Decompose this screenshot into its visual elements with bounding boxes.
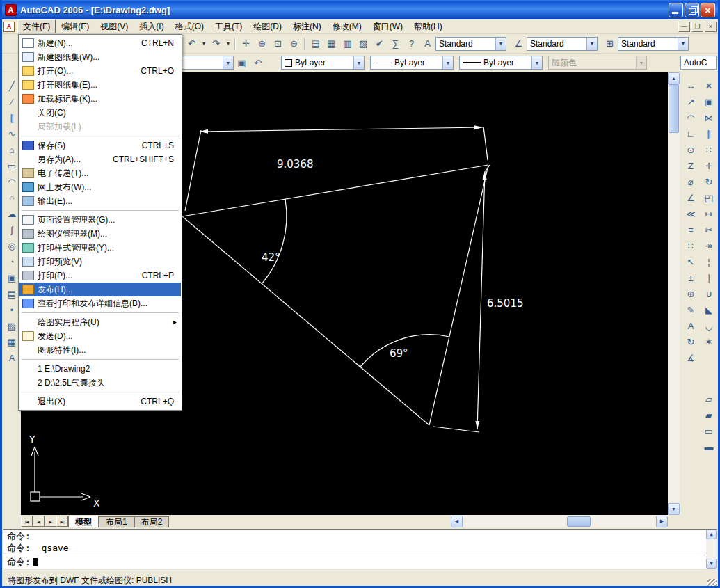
menu-item-publish-to-web[interactable]: 网上发布(W)... (19, 180, 181, 194)
tab-layout2[interactable]: 布局2 (134, 516, 170, 527)
menu-item-drawing-properties[interactable]: 图形特性(I)... (19, 343, 181, 357)
menu-modify[interactable]: 修改(M) (327, 19, 367, 33)
line-tool-icon[interactable]: ╱ (4, 78, 19, 93)
undo-dropdown-icon[interactable]: ▾ (200, 36, 208, 51)
menu-item-send[interactable]: 发送(D)... (19, 329, 181, 343)
jogged-dimension-icon[interactable]: Z (683, 158, 698, 173)
angular-dimension-icon[interactable]: ∠ (683, 190, 698, 205)
chamfer-icon[interactable]: ◣ (701, 302, 717, 317)
move-icon[interactable]: ✛ (701, 158, 717, 173)
linear-dimension-icon[interactable]: ↔ (683, 78, 698, 93)
dimension-update-icon[interactable]: ↻ (683, 334, 698, 349)
menu-help[interactable]: 帮助(H) (408, 19, 448, 33)
draworder-send-under-icon[interactable]: ▬ (701, 439, 717, 454)
offset-icon[interactable]: ∥ (701, 126, 717, 141)
mdi-close-button[interactable]: × (705, 22, 717, 32)
help-icon[interactable]: ? (403, 36, 419, 51)
dimension-edit-icon[interactable]: ✎ (683, 302, 698, 317)
center-mark-icon[interactable]: ⊕ (683, 286, 698, 301)
text-style-combo[interactable]: Standard ▼ (435, 37, 506, 51)
make-object-layer-current-icon[interactable]: ▣ (234, 55, 250, 70)
menu-item-export[interactable]: 输出(E)... (19, 194, 181, 208)
toolbar-button[interactable] (232, 36, 238, 51)
scroll-left-button[interactable]: ◀ (451, 516, 463, 527)
menu-item-exit[interactable]: 退出(X) CTRL+Q (19, 395, 181, 408)
horizontal-scroll-thumb[interactable] (567, 516, 591, 527)
array-icon[interactable]: ∷ (701, 142, 717, 157)
trim-icon[interactable]: ✂ (701, 222, 717, 237)
zoom-realtime-icon[interactable]: ⊕ (254, 36, 270, 51)
layer-previous-icon[interactable]: ↶ (250, 55, 266, 70)
menu-item-partial-load[interactable]: 局部加载(L) (19, 120, 181, 134)
menu-draw[interactable]: 绘图(D) (248, 19, 287, 33)
stretch-icon[interactable]: ↦ (701, 206, 717, 221)
dropdown-arrow-icon[interactable]: ▼ (223, 56, 233, 69)
polygon-tool-icon[interactable]: ⌂ (4, 142, 19, 157)
scroll-down-button[interactable]: ▼ (706, 559, 717, 569)
menu-item-close[interactable]: 关闭(C) (19, 106, 181, 120)
scroll-up-button[interactable]: ▲ (668, 72, 680, 84)
menu-item-view-plot-details[interactable]: 查看打印和发布详细信息(B)... (19, 296, 181, 310)
arc-tool-icon[interactable]: ◠ (4, 174, 19, 189)
menu-item-open[interactable]: 打开(O)... CTRL+O (19, 64, 181, 78)
menu-item-plot[interactable]: 打印(P)... CTRL+P (19, 269, 181, 283)
color-combo[interactable]: ByLayer ▼ (281, 56, 365, 70)
restore-button[interactable] (685, 3, 699, 17)
copy-icon[interactable]: ▣ (701, 94, 717, 109)
ellipse-arc-tool-icon[interactable]: ◔ (4, 254, 19, 269)
tool-palettes-icon[interactable]: ▥ (339, 36, 355, 51)
canvas-horizontal-scrollbar[interactable]: ◀ ▶ (451, 515, 668, 527)
redo-icon[interactable]: ↷ (208, 36, 224, 51)
mirror-icon[interactable]: ⋈ (701, 110, 717, 125)
scroll-right-button[interactable]: ▶ (656, 516, 668, 527)
menu-item-plotter-manager[interactable]: 绘图仪管理器(M)... (19, 227, 181, 241)
tolerance-icon[interactable]: ± (683, 270, 698, 285)
toolbar-button[interactable] (302, 36, 307, 51)
menu-item-page-setup-manager[interactable]: 页面设置管理器(G)... (19, 213, 181, 227)
dim-style-combo[interactable]: Standard ▼ (527, 37, 598, 51)
dimension-text-edit-icon[interactable]: A (683, 318, 698, 333)
menu-item-plot-style-manager[interactable]: 打印样式管理器(Y)... (19, 241, 181, 255)
menu-item-save[interactable]: 保存(S) CTRL+S (19, 138, 181, 152)
zoom-previous-icon[interactable]: ⊖ (286, 36, 302, 51)
arc-length-dimension-icon[interactable]: ◠ (683, 110, 698, 125)
insert-block-tool-icon[interactable]: ▣ (4, 270, 19, 285)
menu-file[interactable]: 文件(F) (17, 19, 56, 33)
aligned-dimension-icon[interactable]: ↗ (683, 94, 698, 109)
draworder-send-to-back-icon[interactable]: ▰ (701, 407, 717, 422)
spline-tool-icon[interactable]: ∫ (4, 222, 19, 237)
hatch-tool-icon[interactable]: ▨ (4, 318, 19, 333)
sheetset-manager-icon[interactable]: ▧ (355, 36, 371, 51)
menu-window[interactable]: 窗口(W) (367, 19, 408, 33)
circle-tool-icon[interactable]: ○ (4, 190, 19, 205)
table-style-combo[interactable]: Standard ▼ (618, 37, 689, 51)
ellipse-tool-icon[interactable]: ◎ (4, 238, 19, 253)
mdi-restore-button[interactable]: ❐ (691, 22, 703, 32)
menu-tools[interactable]: 工具(T) (209, 19, 248, 33)
close-button[interactable] (701, 3, 715, 17)
dropdown-arrow-icon[interactable]: ▼ (353, 56, 364, 69)
fillet-icon[interactable]: ◡ (701, 318, 717, 333)
menu-item-recent-1[interactable]: 1 E:\Drawing2 (19, 362, 181, 376)
quick-leader-icon[interactable]: ↖ (683, 254, 698, 269)
command-scrollbar[interactable]: ▲ ▼ (706, 530, 717, 569)
command-line-window[interactable]: 命令:命令: _qsave 命令: ▲ ▼ (3, 529, 717, 569)
region-tool-icon[interactable]: ▦ (4, 334, 19, 349)
quick-dimension-icon[interactable]: ≪ (683, 206, 698, 221)
menu-item-etransmit[interactable]: 电子传递(T)... (19, 166, 181, 180)
extend-icon[interactable]: ↠ (701, 238, 717, 253)
dropdown-arrow-icon[interactable]: ▼ (586, 38, 597, 50)
zoom-window-icon[interactable]: ⊡ (270, 36, 286, 51)
radius-dimension-icon[interactable]: ⊙ (683, 142, 698, 157)
tab-layout1[interactable]: 布局1 (99, 516, 134, 527)
menu-item-plot-preview[interactable]: 打印预览(V) (19, 255, 181, 269)
table-style-icon[interactable]: ⊞ (602, 36, 618, 51)
polyline-tool-icon[interactable]: ∿ (4, 126, 19, 141)
dimension-style-icon[interactable]: ∡ (683, 350, 698, 365)
construction-line-tool-icon[interactable]: ∕ (4, 94, 19, 109)
dropdown-arrow-icon[interactable]: ▼ (531, 56, 542, 69)
menu-item-recent-2[interactable]: 2 D:\2.5L气囊接头 (19, 376, 181, 390)
dropdown-arrow-icon[interactable]: ▼ (442, 56, 453, 69)
toolbar-button[interactable] (701, 350, 717, 390)
minimize-button[interactable] (669, 3, 683, 17)
